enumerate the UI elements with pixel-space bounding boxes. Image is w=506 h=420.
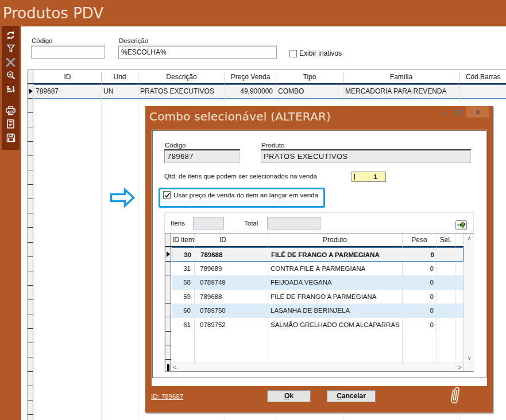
- cell-id: 789689: [194, 262, 268, 275]
- items-column-produto[interactable]: Produto: [268, 234, 402, 246]
- print-button[interactable]: [2, 104, 20, 117]
- column-header-descricao[interactable]: Descrição: [138, 70, 225, 83]
- items-column-sel[interactable]: Sel.: [437, 234, 455, 246]
- maximize-icon[interactable]: [455, 110, 462, 115]
- items-column-id-item[interactable]: ID item: [172, 234, 194, 246]
- filter-icon: [6, 44, 16, 53]
- column-header-tipo[interactable]: Tipo: [276, 70, 343, 83]
- save-button[interactable]: [2, 131, 20, 144]
- column-separator-line: [101, 72, 102, 82]
- cell-peso: 0: [402, 290, 437, 304]
- scroll-right-icon[interactable]: >: [458, 364, 462, 371]
- items-row[interactable]: 58 0789749 FEIJOADA VEGANA 0: [172, 275, 463, 290]
- column-separator-line: [343, 72, 343, 82]
- cell-sel: [437, 248, 455, 262]
- scroll-down-icon[interactable]: ∨: [464, 355, 474, 361]
- clear-filter-button[interactable]: [2, 56, 20, 68]
- column-header-id[interactable]: ID: [34, 70, 101, 83]
- refresh-icon: [6, 30, 16, 40]
- refresh-button[interactable]: [2, 29, 20, 41]
- column-header-preco-venda[interactable]: Preço Venda: [225, 70, 276, 83]
- cell-produto: FILÉ DE FRANGO A PARMEGIANA: [268, 248, 403, 262]
- total-label: Total: [244, 220, 258, 227]
- cell-produto: FEIJOADA VEGANA: [268, 275, 402, 289]
- items-row[interactable]: 61 0789752 SALMÃO GRELHADO COM ALCAPARRA…: [172, 318, 463, 332]
- report-button[interactable]: [2, 118, 20, 130]
- cell-descricao: PRATOS EXECUTIVOS: [138, 85, 225, 98]
- dialog-produto-label: Produto: [261, 141, 471, 150]
- close-icon[interactable]: x: [466, 106, 489, 118]
- descricao-input[interactable]: [118, 46, 277, 59]
- items-column-id[interactable]: ID: [194, 234, 252, 246]
- column-header-und[interactable]: Und: [102, 70, 138, 83]
- cancel-button[interactable]: Cancelar: [327, 390, 376, 402]
- column-header-cod-barras[interactable]: Cód.Barras: [459, 70, 506, 83]
- sort-button[interactable]: [2, 83, 20, 96]
- qtd-value-text: 1: [374, 173, 377, 180]
- exibir-inativos-checkbox[interactable]: [289, 50, 297, 57]
- text-caret: [354, 174, 355, 180]
- toolbar: [2, 26, 20, 150]
- total-field[interactable]: [267, 217, 320, 230]
- items-row[interactable]: 30 789688 FILÉ DE FRANGO A PARMEGIANA 0: [172, 247, 463, 262]
- cell-tipo: COMBO: [276, 85, 343, 98]
- items-row[interactable]: 59 789688 FILÉ DE FRANGO A PARMEGIANA 0: [172, 290, 463, 304]
- codigo-input[interactable]: [31, 46, 105, 59]
- column-separator-line: [459, 72, 459, 82]
- row-tick-marks: [28, 84, 33, 420]
- cell-id: 0789749: [194, 275, 268, 289]
- lookup-icon: [457, 221, 466, 229]
- items-row[interactable]: 31 789689 CONTRA FILÉ À PARMEGIANA 0: [172, 262, 463, 276]
- dialog-codigo-field[interactable]: 789687: [164, 150, 240, 163]
- report-icon: [6, 119, 15, 129]
- dialog-produto-field[interactable]: PRATOS EXECUTIVOS: [261, 150, 471, 163]
- print-icon: [6, 106, 16, 115]
- dialog-title: Combo selecionável (ALTERAR): [149, 110, 331, 123]
- codigo-label: Código: [31, 37, 105, 45]
- combo-dialog: Combo selecionável (ALTERAR) x Código 78…: [145, 106, 493, 413]
- cell-id-item: 61: [172, 318, 194, 332]
- items-current-row-marker: [167, 251, 170, 257]
- qtd-itens-field[interactable]: 1: [352, 172, 386, 182]
- zoom-button[interactable]: [2, 69, 20, 81]
- cell-sel: [437, 262, 455, 275]
- cell-id: 0789752: [194, 318, 268, 332]
- items-row[interactable]: 60 0789750 LASANHA DE BERINJELA 0: [172, 304, 463, 318]
- cell-und: UN: [102, 85, 138, 98]
- cell-produto: LASANHA DE BERINJELA: [268, 304, 402, 317]
- exibir-inativos-label: Exibir inativos: [299, 49, 342, 58]
- items-grid: ID item ID Produto Peso Sel. 30 789688 F…: [165, 233, 474, 372]
- column-separator-line: [225, 72, 225, 82]
- cell-peso: 0: [403, 248, 437, 262]
- cell-id-item: 60: [172, 304, 194, 317]
- usar-preco-checkbox[interactable]: [163, 191, 171, 199]
- vertical-scrollbar[interactable]: ∧ ∨: [463, 234, 474, 363]
- qtd-itens-label: Qtd. de itens que podem ser selecionados…: [164, 172, 317, 180]
- cell-familia: MERCADORIA PARA REVENDA: [343, 85, 459, 98]
- row-tick-marks: [165, 247, 171, 363]
- filter-button[interactable]: [2, 42, 20, 55]
- grid-indicator-column: [28, 70, 33, 420]
- cell-peso: 0: [402, 304, 437, 317]
- column-separator-line: [138, 84, 138, 420]
- column-header-familia[interactable]: Família: [343, 70, 459, 83]
- current-row-marker: [29, 88, 33, 94]
- record-id-link[interactable]: ID: 789687: [151, 393, 183, 400]
- horizontal-scrollbar[interactable]: < >: [171, 363, 463, 371]
- cell-id-item: 58: [172, 275, 194, 289]
- scroll-left-icon[interactable]: <: [173, 364, 176, 371]
- column-separator-line: [276, 72, 276, 82]
- usar-preco-label: Usar preço de venda do item ao lançar em…: [173, 192, 318, 199]
- main-titlebar: Produtos PDV: [0, 0, 506, 26]
- lookup-button[interactable]: [455, 220, 467, 230]
- minimize-icon[interactable]: [441, 113, 446, 114]
- cell-peso: 0: [402, 262, 437, 275]
- descricao-label: Descrição: [118, 37, 277, 45]
- table-row[interactable]: 789687 UN PRATOS EXECUTIVOS 49,900000 CO…: [34, 84, 506, 99]
- ok-button[interactable]: Ok: [267, 390, 311, 402]
- cell-cod-barras: [459, 85, 506, 98]
- items-column-peso[interactable]: Peso: [402, 234, 437, 246]
- itens-field[interactable]: [193, 217, 224, 230]
- cell-sel: [437, 275, 455, 289]
- scroll-up-icon[interactable]: ∧: [464, 235, 474, 241]
